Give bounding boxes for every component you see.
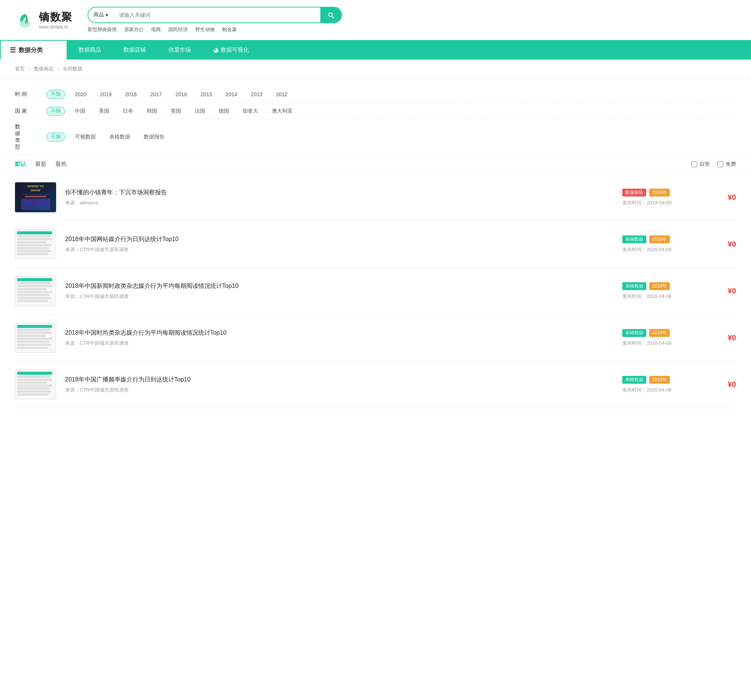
- meta-tags: 表格数据 2018年: [622, 282, 705, 290]
- filter-time-2018[interactable]: 2018: [121, 91, 140, 98]
- item-thumbnail: [15, 369, 56, 400]
- filter-row-time: 时间 不限 2020 2019 2018 2017 2016 2015 2014…: [15, 86, 736, 103]
- filter-time-2016[interactable]: 2016: [172, 91, 191, 98]
- search-tag-item[interactable]: 新型肺炎疫情: [88, 26, 117, 33]
- free-checkbox[interactable]: [717, 161, 723, 167]
- item-price: ¥0: [714, 287, 736, 295]
- header: 镝数聚 www.dydata.io 商品 ▾ 新型肺炎疫情居家办公电商国民经济野…: [0, 0, 751, 40]
- tag-type: 数据报告: [622, 189, 646, 197]
- sort-default[interactable]: 默认: [15, 161, 26, 168]
- item-title[interactable]: 2018年中国广播频率媒介行为日到达统计Top10: [65, 375, 613, 384]
- filter-time-2017[interactable]: 2017: [146, 91, 165, 98]
- filter-options-country: 不限 中国 美国 日本 韩国 英国 法国 德国 加拿大 澳大利亚: [46, 107, 297, 116]
- filter-country-germany[interactable]: 德国: [215, 107, 233, 115]
- item-title[interactable]: 2018年中国时尚类杂志媒介行为平均每期阅读情况统计Top10: [65, 329, 613, 337]
- item-source: 来源：CTR中国城市居民调查: [65, 293, 613, 300]
- list-item: 2018年中国广播频率媒介行为日到达统计Top10 来源：CTR中国城市居民调查…: [15, 361, 736, 408]
- breadcrumb-home[interactable]: 首页: [15, 65, 25, 72]
- search-tag-item[interactable]: 电商: [151, 26, 161, 33]
- list-item: 2018年中国时尚类杂志媒介行为平均每期阅读情况统计Top10 来源：CTR中国…: [15, 314, 736, 361]
- filter-time-2015[interactable]: 2015: [197, 91, 216, 98]
- search-category-label: 商品: [94, 12, 104, 19]
- tag-type: 表格数据: [622, 235, 646, 243]
- item-meta: 表格数据 2018年 发布时间：2020-04-08: [622, 376, 705, 393]
- logo: 镝数聚 www.dydata.io: [15, 10, 73, 30]
- meta-tags: 数据报告 2019年: [622, 189, 705, 197]
- item-thumbnail: WHERE TOGROW: [15, 182, 56, 212]
- filter-label-time: 时间: [15, 91, 39, 98]
- tag-type: 表格数据: [622, 376, 646, 384]
- sort-newest[interactable]: 最新: [35, 161, 46, 168]
- search-button[interactable]: [320, 8, 341, 22]
- tag-year: 2018年: [649, 235, 670, 243]
- tag-year: 2018年: [649, 376, 670, 384]
- filter-type-table[interactable]: 表格数据: [105, 133, 134, 141]
- item-meta: 表格数据 2018年 发布时间：2020-04-08: [622, 329, 705, 347]
- sort-bar: 默认 最新 最热 自营 免费: [0, 155, 751, 174]
- search-area: 商品 ▾ 新型肺炎疫情居家办公电商国民经济野生动物帕金森: [88, 7, 736, 33]
- search-tag-item[interactable]: 帕金森: [222, 26, 237, 33]
- self-operated-checkbox[interactable]: [691, 161, 697, 167]
- item-price: ¥0: [714, 193, 736, 202]
- breadcrumb-products[interactable]: 数据商品: [34, 65, 54, 72]
- checkbox-free[interactable]: 免费: [717, 161, 736, 168]
- item-title[interactable]: 你不懂的小镇青年：下沉市场洞察报告: [65, 188, 613, 197]
- search-tag-item[interactable]: 国民经济: [168, 26, 188, 33]
- breadcrumb-current: 全部数据: [63, 65, 82, 72]
- logo-text: 镝数聚 www.dydata.io: [39, 10, 73, 29]
- filter-time-2019[interactable]: 2019: [96, 91, 115, 98]
- filter-country-canada[interactable]: 加拿大: [239, 107, 262, 115]
- filter-type-report[interactable]: 数据报告: [140, 133, 168, 141]
- filter-time-2020[interactable]: 2020: [71, 91, 90, 98]
- filter-country-usa[interactable]: 美国: [95, 107, 113, 115]
- filter-time-unlimited[interactable]: 不限: [46, 90, 65, 99]
- item-title[interactable]: 2018年中国新闻时政类杂志媒介行为平均每期阅读情况统计Top10: [65, 282, 613, 290]
- item-title[interactable]: 2018年中国网站媒介行为日到达统计Top10: [65, 235, 613, 243]
- meta-tags: 表格数据 2018年: [622, 376, 705, 384]
- logo-title: 镝数聚: [39, 10, 73, 24]
- logo-icon: [15, 10, 35, 30]
- nav-item-market[interactable]: 供需市场: [157, 41, 202, 59]
- filter-type-visual[interactable]: 可视数据: [71, 133, 99, 141]
- tag-type: 表格数据: [622, 282, 646, 290]
- nav-menu: 数据商品 数据店铺 供需市场 ◕ 数据可视化: [67, 40, 260, 59]
- nav-category-label: 数据分类: [19, 46, 43, 54]
- filter-row-type: 数据类型 不限 可视数据 表格数据 数据报告: [15, 120, 736, 154]
- item-thumbnail: [15, 276, 56, 306]
- nav-category-button[interactable]: ☰ 数据分类: [0, 40, 67, 59]
- nav-item-stores[interactable]: 数据店铺: [112, 41, 157, 59]
- breadcrumb-sep-1: ＞: [27, 65, 32, 72]
- filter-label-type: 数据类型: [15, 124, 39, 150]
- filter-time-2012[interactable]: 2012: [272, 91, 291, 98]
- search-tag-item[interactable]: 居家办公: [124, 26, 144, 33]
- filter-options-time: 不限 2020 2019 2018 2017 2016 2015 2014 20…: [46, 90, 291, 99]
- search-category-dropdown[interactable]: 商品 ▾: [88, 12, 114, 19]
- filter-country-korea[interactable]: 韩国: [143, 107, 161, 115]
- filter-country-japan[interactable]: 日本: [119, 107, 137, 115]
- list-item: 2018年中国新闻时政类杂志媒介行为平均每期阅读情况统计Top10 来源：CTR…: [15, 268, 736, 314]
- meta-tags: 表格数据 2018年: [622, 235, 705, 243]
- filter-time-2013[interactable]: 2013: [247, 91, 266, 98]
- filter-country-australia[interactable]: 澳大利亚: [268, 107, 297, 115]
- hamburger-icon: ☰: [10, 46, 16, 54]
- checkbox-self-operated[interactable]: 自营: [691, 161, 710, 168]
- search-input[interactable]: [114, 8, 320, 22]
- filter-country-china[interactable]: 中国: [71, 107, 89, 115]
- sort-right: 自营 免费: [691, 161, 736, 168]
- item-thumbnail: [15, 229, 56, 259]
- nav-item-visualization[interactable]: ◕ 数据可视化: [202, 41, 260, 59]
- meta-date: 发布时间：2020-04-08: [622, 387, 705, 393]
- sort-hottest[interactable]: 最热: [56, 161, 66, 168]
- filter-row-country: 国家 不限 中国 美国 日本 韩国 英国 法国 德国 加拿大 澳大利亚: [15, 103, 736, 120]
- item-source: 来源：CTR中国城市居民调查: [65, 246, 613, 253]
- nav-item-products[interactable]: 数据商品: [67, 41, 112, 59]
- filter-country-france[interactable]: 法国: [191, 107, 209, 115]
- meta-date: 发布时间：2020-04-08: [622, 246, 705, 253]
- filter-country-unlimited[interactable]: 不限: [46, 107, 65, 116]
- filter-type-unlimited[interactable]: 不限: [46, 133, 65, 141]
- search-bar: 商品 ▾: [88, 7, 342, 23]
- filter-time-2014[interactable]: 2014: [222, 91, 241, 98]
- search-tag-item[interactable]: 野生动物: [195, 26, 215, 33]
- filter-country-uk[interactable]: 英国: [167, 107, 185, 115]
- item-source: 来源：CTR中国城市居民调查: [65, 387, 613, 393]
